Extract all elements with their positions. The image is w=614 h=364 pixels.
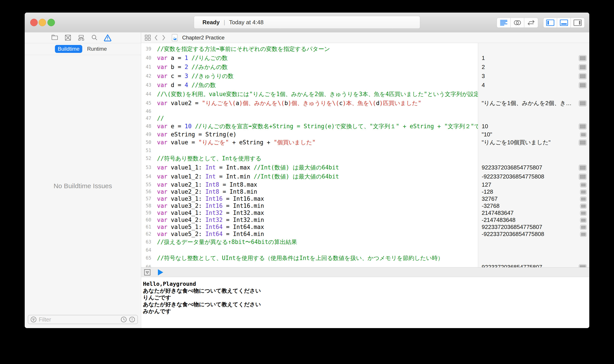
code-line[interactable]: 39//変数を指定する方法➡事前にそれぞれの変数を指定するパターン xyxy=(141,44,478,53)
search-navigator-icon[interactable] xyxy=(89,33,100,42)
source-control-navigator-icon[interactable] xyxy=(63,33,73,42)
code-text: //符号なし整数として、UIntを使用する（使用条件はIntを上回る数値を扱い、… xyxy=(157,254,443,263)
symbol-navigator-icon[interactable] xyxy=(76,33,86,42)
code-line[interactable]: 66 xyxy=(141,263,478,267)
quicklook-button[interactable] xyxy=(579,55,587,61)
forward-button[interactable] xyxy=(161,34,166,41)
code-line[interactable]: 52//符号あり整数として、Intを使用する xyxy=(141,154,478,163)
quicklook-button[interactable] xyxy=(579,174,587,180)
code-line[interactable]: 43var d = 4 //魚の数 xyxy=(141,81,478,90)
code-token: a xyxy=(236,100,239,106)
quicklook-button[interactable] xyxy=(580,190,587,195)
back-button[interactable] xyxy=(153,34,159,41)
toggle-debug-area-button[interactable] xyxy=(557,18,571,27)
minimize-button[interactable] xyxy=(39,19,46,26)
quicklook-button[interactable] xyxy=(579,165,587,171)
code-line[interactable]: 50var value = "りんごを" + eString + "個買いました… xyxy=(141,138,478,147)
toggle-inspector-button[interactable] xyxy=(571,18,585,27)
line-number: 40 xyxy=(141,53,151,63)
result-row: 9223372036854775807 xyxy=(478,263,589,267)
related-items-icon[interactable] xyxy=(144,34,151,41)
code-text: var value4_2: Int32 = Int32.min xyxy=(157,216,264,223)
code-token: value1_1: xyxy=(167,164,205,171)
quicklook-button[interactable] xyxy=(579,82,587,88)
code-line[interactable]: 63//扱えるデータ量が異なる↑8bit〜64bitの算出結果 xyxy=(141,237,478,247)
quicklook-button[interactable] xyxy=(580,232,587,237)
code-token: value1_2: xyxy=(167,173,205,180)
code-line[interactable]: 44//\(変数)を利用。value変数には"りんごを1個、みかんを2個、きゅう… xyxy=(141,90,478,99)
code-line[interactable]: 48var e = 10 //りんごの数を宣言➡変数名+String = Str… xyxy=(141,122,478,131)
quicklook-button[interactable] xyxy=(580,196,587,202)
issue-navigator-icon[interactable] xyxy=(102,33,113,42)
code-line[interactable]: 45var value2 = "りんごを\(a)個、みかんを\(b)個、きゅうり… xyxy=(141,99,478,108)
code-line[interactable]: 56var value2_2: Int8 = Int8.min xyxy=(141,188,478,195)
quicklook-button[interactable] xyxy=(580,182,587,187)
zoom-button[interactable] xyxy=(47,19,55,26)
close-button[interactable] xyxy=(30,19,38,26)
tab-buildtime[interactable]: Buildtime xyxy=(55,45,82,53)
code-line[interactable]: 41var b = 2 //みかんの数 xyxy=(141,63,478,72)
quicklook-button[interactable] xyxy=(580,225,587,230)
quicklook-button[interactable] xyxy=(580,218,587,223)
quicklook-button[interactable] xyxy=(579,140,587,146)
code-text: var value5_1: Int64 = Int64.max xyxy=(157,223,264,231)
quicklook-button[interactable] xyxy=(580,132,587,137)
source-editor[interactable]: 39//変数を指定する方法➡事前にそれぞれの変数を指定するパターン40var a… xyxy=(141,43,478,267)
assistant-editor-button[interactable] xyxy=(511,18,524,27)
quicklook-button[interactable] xyxy=(579,264,587,267)
code-line[interactable]: 53var value1_1: Int = Int.max //Int(数値) … xyxy=(141,163,478,172)
result-value: 2 xyxy=(478,63,589,72)
jump-bar-file-name[interactable]: Chapter2 Practice xyxy=(182,35,225,41)
code-line[interactable]: 58var value3_2: Int16 = Int16.min xyxy=(141,202,478,209)
code-line[interactable]: 65//符号なし整数として、UIntを使用する（使用条件はIntを上回る数値を扱… xyxy=(141,254,478,263)
tab-runtime[interactable]: Runtime xyxy=(87,46,107,52)
titlebar[interactable]: Ready | Today at 4:48 xyxy=(25,13,589,33)
code-line[interactable]: 61var value5_1: Int64 = Int64.max xyxy=(141,223,478,231)
run-button[interactable] xyxy=(157,269,164,276)
line-number: 58 xyxy=(141,202,151,209)
code-token: b = xyxy=(167,64,185,70)
code-token: var xyxy=(157,100,167,106)
line-number: 51 xyxy=(141,147,151,154)
code-token: )匹買いました" xyxy=(380,100,422,106)
code-token: value4_2: xyxy=(167,217,205,223)
code-line[interactable]: 64 xyxy=(141,247,478,254)
quicklook-button[interactable] xyxy=(579,64,587,70)
quicklook-button[interactable] xyxy=(579,73,587,79)
code-line[interactable]: 60var value4_2: Int32 = Int32.min xyxy=(141,216,478,223)
code-line[interactable]: 62var value5_2: Int64 = Int64.min xyxy=(141,231,478,237)
standard-editor-button[interactable] xyxy=(497,18,511,27)
quicklook-button[interactable] xyxy=(580,204,587,209)
filter-field[interactable]: Filter xyxy=(28,315,138,324)
code-line[interactable]: 46 xyxy=(141,108,478,115)
filter-placeholder: Filter xyxy=(39,316,121,323)
code-token: c xyxy=(339,100,343,106)
code-line[interactable]: 54var value1_2: Int = Int.min //Int(数値) … xyxy=(141,172,478,181)
code-token: Int64 xyxy=(205,231,222,237)
xcode-playground-window: Ready | Today at 4:48 xyxy=(25,13,589,328)
code-line[interactable]: 47// xyxy=(141,115,478,122)
result-row: "りんごを1個、みかんを2個、きゅうりを3本、魚を4匹買いました" xyxy=(478,99,589,108)
hide-console-button[interactable] xyxy=(144,269,151,276)
console-line: あなたが好きな食べ物について教えてください xyxy=(143,301,589,308)
code-line[interactable]: 40var a = 1 //りんごの数 xyxy=(141,53,478,63)
quicklook-button[interactable] xyxy=(580,211,587,216)
stop-warning-icon[interactable] xyxy=(129,316,135,323)
code-line[interactable]: 42var c = 3 //きゅうりの数 xyxy=(141,72,478,81)
code-token: "りんごを" xyxy=(199,139,229,146)
result-value: "りんごを10個買いました" xyxy=(478,138,589,147)
code-line[interactable]: 59var value4_1: Int32 = Int32.max xyxy=(141,209,478,216)
clock-icon[interactable] xyxy=(121,316,127,323)
code-token: value5_2: xyxy=(167,231,205,237)
quicklook-button[interactable] xyxy=(579,100,587,106)
code-line[interactable]: 55var value2_1: Int8 = Int8.max xyxy=(141,181,478,188)
project-navigator-icon[interactable] xyxy=(49,33,60,42)
code-token: value5_1: xyxy=(167,224,205,230)
quicklook-button[interactable] xyxy=(579,123,587,130)
code-line[interactable]: 57var value3_1: Int16 = Int16.max xyxy=(141,195,478,202)
toggle-navigator-button[interactable] xyxy=(544,18,557,27)
version-editor-button[interactable] xyxy=(524,18,538,27)
code-token: "個買いました" xyxy=(274,139,316,146)
code-line[interactable]: 49var eString = String(e) xyxy=(141,131,478,138)
code-line[interactable]: 51 xyxy=(141,147,478,154)
